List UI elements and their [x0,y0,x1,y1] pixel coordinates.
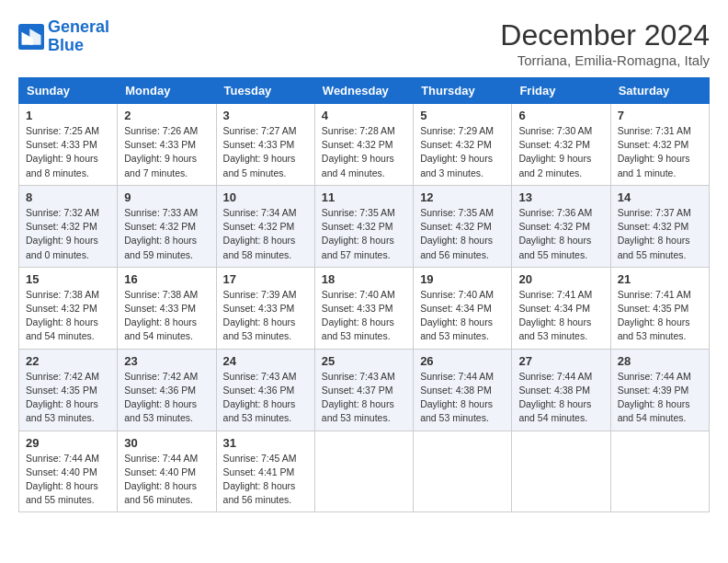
day-cell-18: 18 Sunrise: 7:40 AM Sunset: 4:33 PM Dayl… [314,267,413,349]
weekday-header-tuesday: Tuesday [216,78,314,104]
day-cell-13: 13 Sunrise: 7:36 AM Sunset: 4:32 PM Dayl… [512,185,610,267]
empty-cell [414,431,512,512]
day-info: Sunrise: 7:44 AM Sunset: 4:40 PM Dayligh… [124,452,209,508]
week-row-3: 15 Sunrise: 7:38 AM Sunset: 4:32 PM Dayl… [19,267,710,349]
day-info: Sunrise: 7:33 AM Sunset: 4:32 PM Dayligh… [124,206,209,262]
day-number: 5 [420,109,505,122]
empty-cell [610,431,709,512]
day-number: 10 [223,190,308,204]
weekday-header-monday: Monday [118,78,216,104]
day-cell-9: 9 Sunrise: 7:33 AM Sunset: 4:32 PM Dayli… [118,185,216,267]
day-number: 24 [223,354,308,368]
day-number: 12 [420,190,505,204]
empty-cell [512,431,610,512]
day-info: Sunrise: 7:31 AM Sunset: 4:32 PM Dayligh… [618,124,702,180]
day-number: 29 [26,436,110,450]
day-cell-1: 1 Sunrise: 7:25 AM Sunset: 4:33 PM Dayli… [19,104,118,186]
day-info: Sunrise: 7:39 AM Sunset: 4:33 PM Dayligh… [223,288,308,344]
day-number: 19 [420,272,505,286]
day-number: 9 [124,190,209,204]
calendar-table: SundayMondayTuesdayWednesdayThursdayFrid… [18,77,710,512]
day-cell-26: 26 Sunrise: 7:44 AM Sunset: 4:38 PM Dayl… [414,349,512,431]
day-cell-21: 21 Sunrise: 7:41 AM Sunset: 4:35 PM Dayl… [610,267,709,349]
week-row-1: 1 Sunrise: 7:25 AM Sunset: 4:33 PM Dayli… [19,104,710,186]
day-number: 26 [420,354,505,368]
day-cell-27: 27 Sunrise: 7:44 AM Sunset: 4:38 PM Dayl… [512,349,610,431]
day-cell-5: 5 Sunrise: 7:29 AM Sunset: 4:32 PM Dayli… [414,104,512,186]
weekday-header-saturday: Saturday [610,78,709,104]
day-number: 30 [124,436,209,450]
day-info: Sunrise: 7:42 AM Sunset: 4:36 PM Dayligh… [124,370,209,426]
logo: General Blue [18,18,109,55]
day-info: Sunrise: 7:26 AM Sunset: 4:33 PM Dayligh… [124,124,209,180]
day-number: 27 [518,354,603,368]
day-cell-31: 31 Sunrise: 7:45 AM Sunset: 4:41 PM Dayl… [216,431,314,512]
day-info: Sunrise: 7:41 AM Sunset: 4:35 PM Dayligh… [618,288,702,344]
day-info: Sunrise: 7:40 AM Sunset: 4:33 PM Dayligh… [322,288,406,344]
day-info: Sunrise: 7:37 AM Sunset: 4:32 PM Dayligh… [618,206,702,262]
day-number: 7 [618,109,702,122]
day-number: 8 [26,190,110,204]
day-number: 21 [618,272,702,286]
day-cell-3: 3 Sunrise: 7:27 AM Sunset: 4:33 PM Dayli… [216,104,314,186]
day-cell-17: 17 Sunrise: 7:39 AM Sunset: 4:33 PM Dayl… [216,267,314,349]
day-info: Sunrise: 7:43 AM Sunset: 4:37 PM Dayligh… [322,370,406,426]
day-info: Sunrise: 7:38 AM Sunset: 4:32 PM Dayligh… [26,288,110,344]
day-info: Sunrise: 7:42 AM Sunset: 4:35 PM Dayligh… [26,370,110,426]
day-cell-4: 4 Sunrise: 7:28 AM Sunset: 4:32 PM Dayli… [314,104,413,186]
day-cell-8: 8 Sunrise: 7:32 AM Sunset: 4:32 PM Dayli… [19,185,118,267]
day-info: Sunrise: 7:45 AM Sunset: 4:41 PM Dayligh… [223,452,308,508]
weekday-header-friday: Friday [512,78,610,104]
day-info: Sunrise: 7:43 AM Sunset: 4:36 PM Dayligh… [223,370,308,426]
day-number: 23 [124,354,209,368]
day-cell-28: 28 Sunrise: 7:44 AM Sunset: 4:39 PM Dayl… [610,349,709,431]
day-number: 11 [322,190,406,204]
day-info: Sunrise: 7:28 AM Sunset: 4:32 PM Dayligh… [322,124,406,180]
day-cell-22: 22 Sunrise: 7:42 AM Sunset: 4:35 PM Dayl… [19,349,118,431]
day-cell-14: 14 Sunrise: 7:37 AM Sunset: 4:32 PM Dayl… [610,185,709,267]
title-area: December 2024 Torriana, Emilia-Romagna, … [500,18,710,68]
day-cell-2: 2 Sunrise: 7:26 AM Sunset: 4:33 PM Dayli… [118,104,216,186]
day-info: Sunrise: 7:35 AM Sunset: 4:32 PM Dayligh… [420,206,505,262]
day-info: Sunrise: 7:44 AM Sunset: 4:38 PM Dayligh… [420,370,505,426]
day-number: 16 [124,272,209,286]
day-info: Sunrise: 7:34 AM Sunset: 4:32 PM Dayligh… [223,206,308,262]
day-info: Sunrise: 7:44 AM Sunset: 4:40 PM Dayligh… [26,452,110,508]
day-info: Sunrise: 7:41 AM Sunset: 4:34 PM Dayligh… [518,288,603,344]
month-title: December 2024 [500,18,710,52]
day-cell-7: 7 Sunrise: 7:31 AM Sunset: 4:32 PM Dayli… [610,104,709,186]
weekday-header-sunday: Sunday [19,78,118,104]
day-info: Sunrise: 7:27 AM Sunset: 4:33 PM Dayligh… [223,124,308,180]
empty-cell [314,431,413,512]
week-row-2: 8 Sunrise: 7:32 AM Sunset: 4:32 PM Dayli… [19,185,710,267]
day-cell-16: 16 Sunrise: 7:38 AM Sunset: 4:33 PM Dayl… [118,267,216,349]
week-row-5: 29 Sunrise: 7:44 AM Sunset: 4:40 PM Dayl… [19,431,710,512]
day-info: Sunrise: 7:36 AM Sunset: 4:32 PM Dayligh… [518,206,603,262]
day-number: 3 [223,109,308,122]
day-cell-30: 30 Sunrise: 7:44 AM Sunset: 4:40 PM Dayl… [118,431,216,512]
day-number: 13 [518,190,603,204]
day-number: 6 [518,109,603,122]
logo-icon [18,24,44,50]
day-number: 2 [124,109,209,122]
day-info: Sunrise: 7:44 AM Sunset: 4:38 PM Dayligh… [518,370,603,426]
day-number: 22 [26,354,110,368]
day-cell-19: 19 Sunrise: 7:40 AM Sunset: 4:34 PM Dayl… [414,267,512,349]
day-number: 14 [618,190,702,204]
day-number: 31 [223,436,308,450]
weekday-header-wednesday: Wednesday [314,78,413,104]
day-number: 1 [26,109,110,122]
day-number: 20 [518,272,603,286]
weekday-header-thursday: Thursday [414,78,512,104]
day-info: Sunrise: 7:38 AM Sunset: 4:33 PM Dayligh… [124,288,209,344]
day-cell-6: 6 Sunrise: 7:30 AM Sunset: 4:32 PM Dayli… [512,104,610,186]
day-number: 25 [322,354,406,368]
day-info: Sunrise: 7:44 AM Sunset: 4:39 PM Dayligh… [618,370,702,426]
day-cell-24: 24 Sunrise: 7:43 AM Sunset: 4:36 PM Dayl… [216,349,314,431]
logo-text: General Blue [48,18,109,55]
day-cell-12: 12 Sunrise: 7:35 AM Sunset: 4:32 PM Dayl… [414,185,512,267]
day-cell-23: 23 Sunrise: 7:42 AM Sunset: 4:36 PM Dayl… [118,349,216,431]
week-row-4: 22 Sunrise: 7:42 AM Sunset: 4:35 PM Dayl… [19,349,710,431]
day-info: Sunrise: 7:29 AM Sunset: 4:32 PM Dayligh… [420,124,505,180]
day-number: 4 [322,109,406,122]
